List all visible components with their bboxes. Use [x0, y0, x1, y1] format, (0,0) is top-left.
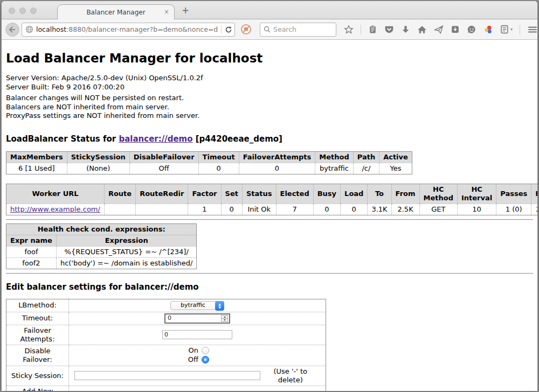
- menu-hamburger-icon[interactable]: [527, 25, 538, 34]
- url-bar-divider: [221, 25, 222, 34]
- table-cell: 0: [239, 163, 315, 174]
- radio-off-label: Off: [185, 355, 198, 364]
- column-header: Expression: [56, 235, 197, 246]
- worker-status-table: Worker URLRouteRouteRedirFactorSetStatus…: [6, 184, 537, 215]
- column-header: DisableFailover: [129, 151, 198, 163]
- timeout-row: Timeout: 0: [6, 312, 326, 325]
- window-controls[interactable]: [9, 8, 37, 14]
- column-header: To: [368, 184, 391, 204]
- table-cell: /c/: [353, 163, 379, 174]
- table-cell: Yes: [379, 163, 412, 174]
- disable-failover-row: Disable Failover: On Off: [6, 345, 326, 366]
- table-cell: 7: [276, 204, 313, 215]
- table-header-row: Worker URLRouteRouteRedirFactorSetStatus…: [6, 184, 538, 204]
- back-arrow-icon: [9, 26, 16, 33]
- table-cell: Init Ok: [242, 204, 276, 215]
- balancer-status-table: MaxMembersStickySessionDisableFailoverTi…: [6, 151, 412, 174]
- tab-close-icon[interactable]: ×: [164, 8, 169, 16]
- lbmethod-row: LBmethod: bytraffic ▲▼: [6, 299, 326, 312]
- column-header: Worker URL: [6, 184, 105, 204]
- column-header: Elected: [276, 184, 313, 204]
- column-header: Status: [242, 184, 276, 204]
- table-cell: 0: [341, 204, 368, 215]
- sticky-session-input[interactable]: [74, 371, 260, 380]
- feedback-smiley-icon[interactable]: [467, 25, 476, 34]
- number-spinner-icon[interactable]: [221, 315, 228, 322]
- bookmark-star-icon[interactable]: [344, 25, 354, 34]
- failover-attempts-input[interactable]: [162, 330, 232, 339]
- sticky-session-row: Sticky Session: (Use '-' to delete): [6, 366, 326, 386]
- search-input[interactable]: [273, 25, 327, 33]
- tab-balancer-manager[interactable]: Balancer Manager ×: [57, 4, 175, 20]
- timeout-input[interactable]: 0: [164, 313, 230, 324]
- downloads-icon[interactable]: [401, 25, 410, 34]
- zoom-window-button[interactable]: [30, 8, 37, 14]
- sticky-session-label: Sticky Session:: [6, 366, 69, 386]
- new-tab-button[interactable]: +: [182, 5, 189, 16]
- divider: [6, 219, 533, 220]
- column-header: MaxMembers: [6, 151, 67, 163]
- save-to-device-icon[interactable]: [451, 25, 460, 34]
- notes-icon: [500, 25, 509, 34]
- timeout-value: 0: [168, 314, 171, 323]
- back-button[interactable]: [5, 23, 19, 37]
- table-cell: 1 (0): [496, 204, 531, 215]
- disable-failover-on-radio[interactable]: [202, 347, 209, 354]
- balancer-demo-link[interactable]: balancer://demo: [119, 134, 192, 144]
- table-cell: [104, 204, 135, 215]
- url-text[interactable]: localhost:8880/balancer-manager?b=demo&n…: [36, 25, 218, 33]
- table-cell: 0: [198, 163, 239, 174]
- column-header: Timeout: [198, 151, 239, 163]
- navigation-toolbar: localhost:8880/balancer-manager?b=demo&n…: [2, 19, 537, 40]
- server-info: Server Version: Apache/2.5.0-dev (Unix) …: [6, 74, 533, 121]
- disable-failover-off-radio[interactable]: [202, 356, 209, 363]
- reading-list-icon[interactable]: [368, 25, 377, 34]
- table-cell: bytraffic: [315, 163, 353, 174]
- table-cell: 6 [1 Used]: [6, 163, 67, 174]
- table-cell: hc('body') =~ /domain is established/: [56, 257, 197, 269]
- table-cell: 0: [221, 204, 242, 215]
- table-cell: 2.5K: [391, 204, 419, 215]
- close-window-button[interactable]: [9, 8, 15, 14]
- notes-sidebar-group[interactable]: ▾: [500, 25, 513, 34]
- status-heading-suffix: [p4420eeae_demo]: [193, 134, 282, 144]
- column-header: StickySession: [67, 151, 129, 163]
- search-box[interactable]: [260, 23, 336, 37]
- send-tab-icon[interactable]: [434, 25, 444, 34]
- table-cell: Off: [129, 163, 198, 174]
- minimize-window-button[interactable]: [19, 8, 26, 14]
- toolbar-divider: [520, 25, 520, 34]
- column-header: Factor: [188, 184, 221, 204]
- url-bar[interactable]: localhost:8880/balancer-manager?b=demo&n…: [22, 23, 235, 37]
- column-header: Expr name: [6, 235, 57, 246]
- toolbar-icons: ▾: [344, 24, 538, 34]
- column-header: Fails: [531, 184, 537, 204]
- column-header: Method: [315, 151, 353, 163]
- pocket-icon[interactable]: [384, 25, 394, 34]
- table-row: foof2hc('body') =~ /domain is establishe…: [6, 257, 197, 269]
- status-heading-prefix: LoadBalancer Status for: [6, 134, 119, 144]
- worker-url-link[interactable]: http://www.example.com/: [10, 205, 100, 213]
- content-blocked-icon[interactable]: [240, 24, 252, 35]
- sticky-session-note: (Use '-' to delete): [260, 367, 320, 384]
- server-built: Server Built: Feb 9 2016 07:00:20: [6, 83, 533, 92]
- column-header: RouteRedir: [136, 184, 188, 204]
- table-cell: [136, 204, 188, 215]
- color-dots-icon[interactable]: [483, 25, 493, 34]
- table-cell: foof2: [6, 257, 57, 269]
- home-icon[interactable]: [417, 25, 427, 34]
- page-content: Load Balancer Manager for localhost Serv…: [2, 40, 537, 391]
- column-header: HC Method: [419, 184, 457, 204]
- reload-icon[interactable]: [225, 26, 232, 33]
- table-header-row: MaxMembersStickySessionDisableFailoverTi…: [6, 151, 412, 163]
- column-header: Load: [341, 184, 368, 204]
- divider: [6, 273, 533, 274]
- globe-icon: [25, 25, 33, 33]
- lbmethod-select[interactable]: bytraffic ▲▼: [170, 301, 224, 310]
- url-path: :8880/balancer-manager?b=demo&nonce=decc…: [66, 25, 218, 33]
- add-worker-label: Add New Worker:: [6, 386, 69, 391]
- table-row: http://www.example.com/ 10Init Ok7003.1K…: [6, 204, 538, 215]
- failover-attempts-label: Failover Attempts:: [6, 325, 69, 345]
- health-table-title: Health check cond. expressions:: [6, 223, 197, 235]
- column-header: Route: [104, 184, 135, 204]
